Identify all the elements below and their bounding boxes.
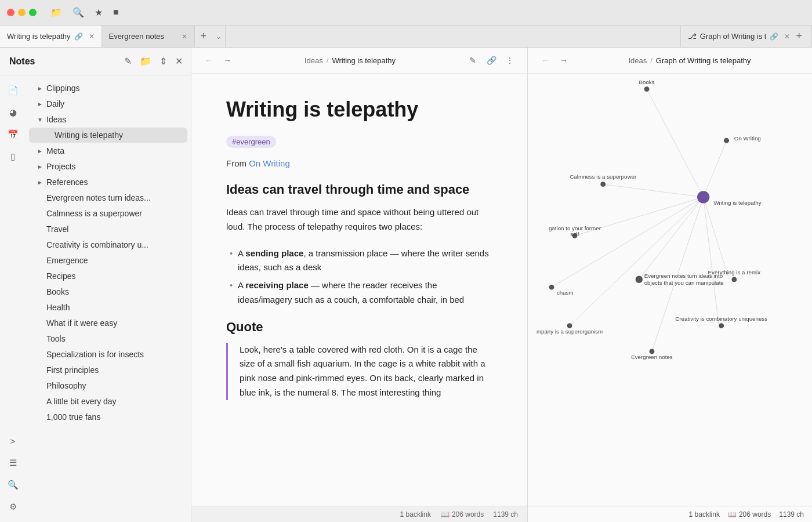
new-folder-icon[interactable]: 📁 [140, 56, 151, 67]
nav-search2-icon[interactable]: 🔍 [3, 476, 22, 494]
more-options-icon[interactable]: ⋮ [502, 52, 518, 68]
tree-item-creativity[interactable]: Creativity is combinatory u... [29, 237, 187, 252]
toolbar-nav: ← → [201, 52, 235, 68]
tree-item-books[interactable]: Books [29, 284, 187, 299]
node-calmness[interactable] [600, 182, 606, 187]
star-icon[interactable]: ★ [95, 7, 103, 18]
words-label: 206 words [452, 510, 484, 519]
graph-backlink-label: 1 backlink [689, 510, 720, 519]
traffic-lights [7, 9, 37, 16]
tree-item-recipes[interactable]: Recipes [29, 269, 187, 284]
node-chasm[interactable] [549, 285, 554, 290]
tree-item-projects[interactable]: ► Projects [29, 159, 187, 174]
tree-item-what-if[interactable]: What if it were easy [29, 316, 187, 331]
graph-breadcrumb: Ideas / Graph of Writing is telepathy [577, 56, 803, 65]
tab-add-button[interactable]: + [195, 26, 213, 47]
node-chasm-label: chasm [557, 289, 574, 296]
nav-settings-icon[interactable]: ⚙ [3, 498, 22, 516]
node-on-writing[interactable] [724, 138, 729, 143]
link-icon[interactable]: 🔗 [483, 52, 499, 68]
node-writing-telepathy[interactable] [697, 191, 709, 203]
tree-item-calmness[interactable]: Calmness is a superpower [29, 206, 187, 221]
tree-item-meta[interactable]: ► Meta [29, 143, 187, 158]
node-superorganism[interactable] [567, 323, 572, 328]
breadcrumb-separator: / [327, 56, 329, 65]
fullscreen-button[interactable] [29, 9, 37, 16]
breadcrumb-current: Writing is telepathy [332, 56, 396, 65]
tab-link-icon: 🔗 [74, 32, 83, 41]
list-item-1: A sending place, a transmission place — … [226, 245, 492, 277]
minimize-button[interactable] [18, 9, 26, 16]
chevron-down-icon: ▼ [37, 117, 43, 123]
node-evergreen-ideas[interactable] [636, 276, 643, 283]
nav-back-button[interactable]: ← [201, 52, 217, 68]
nav-copy-icon[interactable]: ▯ [3, 147, 22, 166]
tab-evergreen-close[interactable]: ✕ [182, 32, 187, 41]
graph-panel: ← → Ideas / Graph of Writing is telepath… [528, 48, 812, 522]
tree-item-little-bit[interactable]: A little bit every day [29, 394, 187, 409]
node-evergreen-notes-label: Evergreen notes [631, 354, 673, 360]
close-button[interactable] [7, 9, 14, 16]
nav-terminal-icon[interactable]: > [3, 432, 22, 450]
search-icon[interactable]: 🔍 [72, 7, 84, 18]
edge-writing-superorganism [570, 197, 704, 326]
sidebar-left-icons: 📄 ◕ 📅 ▯ > ☰ 🔍 ⚙ [0, 75, 26, 522]
new-note-icon[interactable]: ✎ [124, 56, 132, 67]
tree-item-first-principles[interactable]: First principles [29, 362, 187, 378]
blockquote-text: Look, here's a table covered with red cl… [240, 343, 492, 400]
edge-writing-on-writing [704, 140, 727, 197]
tab-graph[interactable]: ⎇ Graph of Writing is t 🔗 ✕ + [680, 26, 812, 47]
tree-item-emergence[interactable]: Emergence [29, 253, 187, 268]
tree-item-travel[interactable]: Travel [29, 222, 187, 237]
tree-item-references[interactable]: ► References [29, 175, 187, 190]
graph-nav-forward-button[interactable]: → [556, 52, 572, 68]
tab-writing-close[interactable]: ✕ [89, 32, 95, 41]
nav-forward-button[interactable]: → [219, 52, 235, 68]
folder-icon[interactable]: 📁 [50, 7, 62, 18]
node-everything[interactable] [731, 277, 737, 282]
node-evergreen-notes[interactable] [650, 349, 655, 354]
tree-item-evergreen-ideas[interactable]: Evergreen notes turn ideas... [29, 190, 187, 205]
backlink-status[interactable]: 1 backlink [400, 510, 431, 519]
edit-icon[interactable]: ✎ [465, 52, 481, 68]
node-navigation-label: gation to your former [549, 225, 601, 231]
chevron-right-icon: ► [37, 148, 43, 154]
tree-item-ideas[interactable]: ▼ Ideas [29, 112, 187, 127]
tree-item-clippings[interactable]: ► Clippings [29, 81, 187, 96]
words-status: 📖 206 words [440, 510, 484, 519]
tab-writing[interactable]: Writing is telepathy 🔗 ✕ [0, 26, 102, 47]
nav-calendar-icon[interactable]: 📅 [3, 125, 22, 144]
sidebar: Notes ✎ 📁 ⇕ ✕ 📄 ◕ 📅 ▯ > ☰ 🔍 ⚙ [0, 48, 191, 522]
sidebar-toggle-icon[interactable]: ■ [113, 7, 119, 18]
node-books[interactable] [644, 86, 650, 92]
breadcrumb-parent[interactable]: Ideas [304, 56, 323, 65]
tree-item-health[interactable]: Health [29, 300, 187, 315]
graph-backlink[interactable]: 1 backlink [689, 510, 720, 519]
graph-tab-add[interactable]: + [793, 30, 804, 42]
graph-nodes[interactable]: Books On Writing Calmness is a superpowe… [536, 79, 767, 360]
nav-files-icon[interactable]: 📄 [3, 81, 22, 100]
graph-nav-back-button[interactable]: ← [537, 52, 553, 68]
tag-badge[interactable]: #evergreen [226, 136, 276, 148]
tree-item-specialization[interactable]: Specialization is for insects [29, 347, 187, 362]
graph-nav: ← → [537, 52, 572, 68]
from-link[interactable]: On Writing [249, 158, 290, 168]
nav-list-icon[interactable]: ☰ [3, 454, 22, 472]
graph-tab-close[interactable]: ✕ [784, 32, 790, 41]
tree-item-tools[interactable]: Tools [29, 331, 187, 346]
tree-item-daily[interactable]: ► Daily [29, 96, 187, 111]
toolbar-right: ✎ 🔗 ⋮ [465, 52, 518, 68]
tree-item-1000-fans[interactable]: 1,000 true fans [29, 409, 187, 425]
graph-tab-link-icon: 🔗 [770, 32, 778, 41]
close-sidebar-icon[interactable]: ✕ [175, 56, 183, 67]
sort-icon[interactable]: ⇕ [160, 56, 167, 67]
tree-item-philosophy[interactable]: Philosophy [29, 378, 187, 393]
graph-breadcrumb-parent[interactable]: Ideas [628, 56, 647, 65]
node-creativity[interactable] [719, 323, 724, 328]
blockquote: Look, here's a table covered with red cl… [226, 343, 492, 400]
tree-item-writing-telepathy[interactable]: Writing is telepathy [29, 128, 187, 143]
tab-evergreen-label: Evergreen notes [109, 32, 176, 41]
tab-dropdown-button[interactable]: ⌄ [212, 26, 225, 47]
tab-evergreen[interactable]: Evergreen notes ✕ [102, 26, 195, 47]
nav-graph-icon[interactable]: ◕ [3, 103, 22, 122]
